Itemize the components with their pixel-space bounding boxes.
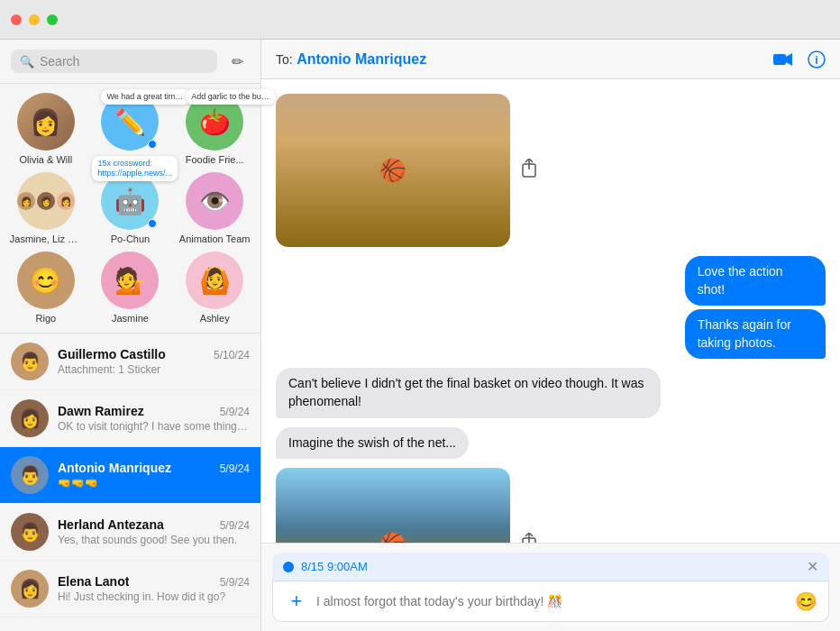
avatar-animation: 👁️ — [186, 172, 243, 230]
pinned-item-rigo[interactable]: 😊 Rigo — [7, 251, 85, 324]
conversation-list: 👨 Guillermo Castillo 5/10/24 Attachment:… — [0, 334, 260, 631]
avatar-grid: 👩 Olivia & Will ✏️ We had a great time. … — [7, 93, 253, 324]
search-bar[interactable]: 🔍 Search — [11, 50, 217, 73]
avatar-wrapper-animation: 👁️ — [186, 172, 243, 230]
pinned-section: 👩 Olivia & Will ✏️ We had a great time. … — [0, 84, 260, 334]
chat-area: To: Antonio Manriquez i — [261, 40, 840, 631]
compose-button[interactable]: ✏ — [224, 49, 250, 74]
input-meta: 8/15 9:00AM — [283, 560, 368, 573]
message-input[interactable] — [316, 594, 788, 608]
conv-content-elena: Elena Lanot 5/9/24 Hi! Just checking in.… — [58, 574, 250, 603]
msg-bubble-action-shot: Love the action shot! — [685, 256, 826, 306]
conv-name-guillermo: Guillermo Castillo — [58, 347, 166, 361]
close-button[interactable] — [11, 14, 22, 25]
conv-item-antonio[interactable]: 👨 Antonio Manriquez 5/9/24 🤜🤜🤜 — [0, 447, 260, 504]
chat-header-to: To: Antonio Manriquez — [276, 51, 426, 68]
conv-avatar-herland: 👨 — [11, 513, 49, 551]
avatar-ashley: 🙆 — [186, 251, 243, 309]
avatar-wrapper-ashley: 🙆 — [186, 251, 243, 309]
share-button-2[interactable] — [517, 529, 541, 543]
conv-top-row-antonio: Antonio Manriquez 5/9/24 — [58, 461, 250, 475]
input-schedule-bar: 8/15 9:00AM ✕ — [272, 553, 829, 581]
avatar-label-pochun: Po-Chun — [111, 233, 150, 244]
pinned-item-olivia-will[interactable]: 👩 Olivia & Will — [7, 93, 85, 165]
conv-name-antonio: Antonio Manriquez — [58, 461, 171, 475]
avatar-jasmine2: 💁 — [101, 251, 159, 309]
avatar-wrapper-jasmine2: 💁 — [101, 251, 159, 309]
unread-dot-penpals — [148, 140, 157, 149]
imessage-indicator — [283, 562, 294, 572]
pinned-item-foodie[interactable]: 🍅 Add garlic to the butter, and then... … — [176, 93, 253, 165]
schedule-info: 8/15 9:00AM — [301, 560, 368, 573]
conv-preview-elena: Hi! Just checking in. How did it go? — [58, 590, 250, 603]
conv-top-row-dawn: Dawn Ramirez 5/9/24 — [58, 404, 250, 418]
msg-image-container-2 — [276, 468, 541, 543]
conv-content-antonio: Antonio Manriquez 5/9/24 🤜🤜🤜 — [58, 461, 250, 489]
conv-item-herland[interactable]: 👨 Herland Antezana 5/9/24 Yes, that soun… — [0, 504, 260, 561]
avatar-label-jasmine2: Jasmine — [112, 313, 149, 324]
avatar-label-rigo: Rigo — [36, 313, 57, 324]
chat-header: To: Antonio Manriquez i — [261, 40, 840, 79]
conv-item-dawn[interactable]: 👩 Dawn Ramirez 5/9/24 OK to visit tonigh… — [0, 390, 260, 447]
conv-top-row-elena: Elena Lanot 5/9/24 — [58, 574, 250, 589]
conv-item-guillermo[interactable]: 👨 Guillermo Castillo 5/10/24 Attachment:… — [0, 334, 260, 390]
conv-avatar-antonio: 👨 — [11, 456, 49, 494]
svg-marker-1 — [786, 53, 792, 66]
pinned-item-penpals[interactable]: ✏️ We had a great time. Home with th... … — [92, 93, 169, 165]
conv-top-row-guillermo: Guillermo Castillo 5/10/24 — [58, 347, 250, 361]
conv-name-herland: Herland Antezana — [58, 517, 164, 532]
conv-preview-antonio: 🤜🤜🤜 — [58, 477, 250, 489]
info-button[interactable]: i — [808, 50, 826, 69]
main-container: 🔍 Search ✏ 👩 Olivia & Will ✏️ — [0, 40, 840, 631]
conv-time-elena: 5/9/24 — [220, 576, 250, 589]
msg-image-container-1 — [276, 94, 541, 247]
to-label: To: — [276, 52, 293, 67]
conv-time-antonio: 5/9/24 — [220, 462, 250, 475]
maximize-button[interactable] — [47, 14, 58, 25]
avatar-rigo: 😊 — [17, 251, 75, 309]
emoji-picker-button[interactable]: 😊 — [795, 590, 817, 612]
conv-time-dawn: 5/9/24 — [220, 406, 250, 418]
pinned-item-jasmine-group[interactable]: 👩 👩 👩 Jasmine, Liz &... — [7, 172, 85, 244]
pinned-item-pochun[interactable]: 🤖 15x crossword: https://apple.news/... … — [92, 172, 169, 244]
msg-row-outgoing: Love the action shot! Thanks again for t… — [276, 256, 826, 359]
add-attachment-button[interactable]: + — [284, 589, 309, 614]
msg-row-image2 — [276, 468, 826, 543]
conv-preview-herland: Yes, that sounds good! See you then. — [58, 534, 250, 546]
conv-preview-guillermo: Attachment: 1 Sticker — [58, 363, 250, 376]
avatar-wrapper-olivia: 👩 — [17, 93, 75, 151]
chat-header-icons: i — [773, 50, 826, 69]
conv-item-elena[interactable]: 👩 Elena Lanot 5/9/24 Hi! Just checking i… — [0, 561, 260, 617]
unread-dot-pochun — [148, 219, 157, 228]
conv-content-guillermo: Guillermo Castillo 5/10/24 Attachment: 1… — [58, 347, 250, 376]
pinned-item-jasmine2[interactable]: 💁 Jasmine — [92, 251, 169, 324]
msg-bubble-phenomenal: Can't believe I didn't get the final bas… — [276, 368, 661, 417]
pinned-item-animation-team[interactable]: 👁️ Animation Team — [176, 172, 253, 244]
share-button-1[interactable] — [517, 155, 541, 187]
minimize-button[interactable] — [29, 14, 40, 25]
title-bar — [0, 0, 840, 40]
messages-area: Love the action shot! Thanks again for t… — [261, 79, 840, 543]
msg-row-text1: Can't believe I didn't get the final bas… — [276, 368, 826, 417]
video-call-button[interactable] — [773, 52, 793, 67]
conv-time-herland: 5/9/24 — [220, 519, 250, 532]
svg-rect-0 — [773, 54, 786, 65]
avatar-label-jasmine-group: Jasmine, Liz &... — [10, 233, 82, 244]
conv-time-guillermo: 5/10/24 — [214, 349, 250, 361]
avatar-label-animation: Animation Team — [179, 233, 251, 244]
msg-image-1 — [276, 94, 510, 247]
sidebar-header: 🔍 Search ✏ — [0, 40, 260, 84]
input-close-button[interactable]: ✕ — [807, 558, 818, 575]
sidebar: 🔍 Search ✏ 👩 Olivia & Will ✏️ — [0, 40, 261, 631]
avatar-jasmine-group: 👩 👩 👩 — [17, 172, 75, 230]
search-icon: 🔍 — [20, 55, 34, 69]
msg-bubble-swish: Imagine the swish of the net... — [276, 427, 469, 460]
outgoing-bubbles: Love the action shot! Thanks again for t… — [625, 256, 826, 359]
notification-foodie: Add garlic to the butter, and then... — [186, 89, 276, 105]
window-controls — [11, 14, 58, 25]
avatar-wrapper-penpals: ✏️ We had a great time. Home with th... — [101, 93, 159, 151]
conv-name-dawn: Dawn Ramirez — [58, 404, 144, 418]
chat-recipient-name: Antonio Manriquez — [297, 51, 426, 67]
avatar-label-olivia: Olivia & Will — [19, 154, 72, 165]
pinned-item-ashley[interactable]: 🙆 Ashley — [176, 251, 253, 324]
